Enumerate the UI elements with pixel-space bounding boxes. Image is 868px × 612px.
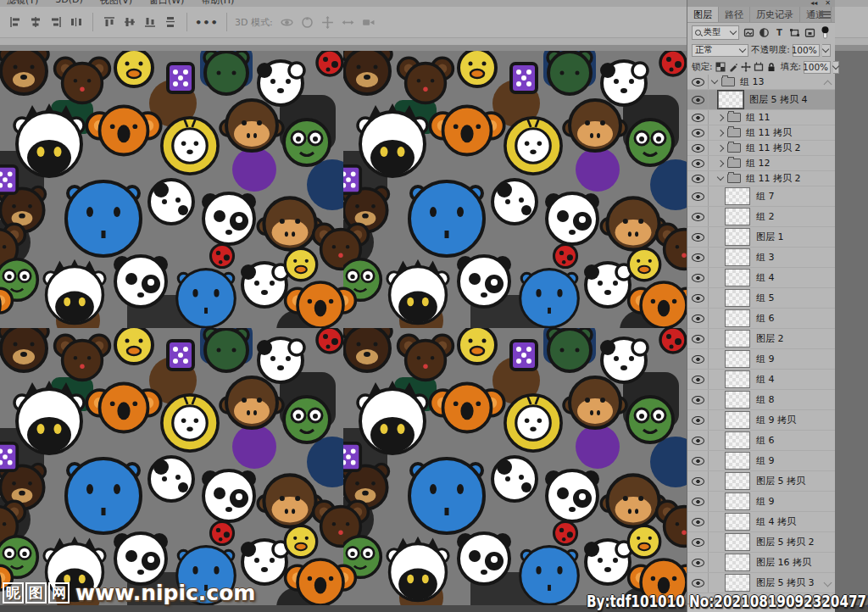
visibility-toggle[interactable] — [687, 171, 709, 186]
visibility-toggle[interactable] — [687, 349, 709, 369]
layer-name[interactable]: 组 4 — [756, 271, 775, 284]
layer-name[interactable]: 图层 5 拷贝 2 — [756, 536, 815, 548]
layer-row[interactable]: 组 4 — [687, 370, 835, 390]
menu-item[interactable]: 窗口(W) — [149, 0, 184, 7]
lock-image-pixels-icon[interactable] — [728, 62, 738, 73]
layer-row[interactable]: 图层 5 拷贝 — [687, 471, 835, 492]
visibility-toggle[interactable] — [687, 329, 709, 348]
layer-row[interactable]: 图层 1 — [687, 227, 835, 248]
filter-smart-objects-icon[interactable] — [804, 26, 815, 38]
visibility-toggle[interactable] — [687, 156, 709, 170]
lock-transparent-pixels-icon[interactable] — [715, 62, 726, 73]
layer-thumbnail[interactable] — [725, 533, 750, 551]
layer-row[interactable]: 组 6 — [687, 431, 835, 451]
layer-thumbnail[interactable] — [725, 472, 750, 490]
layer-name[interactable]: 组 9 — [756, 495, 775, 508]
layer-thumbnail[interactable] — [725, 452, 750, 470]
3d-roll-icon[interactable] — [299, 14, 316, 31]
layer-row[interactable]: 图层 5 拷贝 4 — [687, 90, 835, 110]
visibility-toggle[interactable] — [687, 288, 709, 308]
layer-thumbnail[interactable] — [725, 228, 750, 246]
layer-name[interactable]: 组 4 拷贝 — [756, 515, 796, 528]
layer-row[interactable]: 组 4 拷贝 — [687, 512, 835, 532]
visibility-toggle[interactable] — [687, 207, 709, 226]
layer-thumbnail[interactable] — [718, 91, 743, 108]
layer-thumbnail[interactable] — [725, 391, 750, 409]
layer-name[interactable]: 组 11 拷贝 2 — [746, 142, 801, 154]
expand-caret-icon[interactable] — [717, 114, 724, 120]
menu-item[interactable]: 3D(D) — [55, 0, 83, 7]
layer-row[interactable]: 组 5 — [687, 288, 835, 309]
layer-row[interactable]: 图层 2 — [687, 329, 835, 349]
layer-name[interactable]: 组 6 — [756, 312, 775, 325]
lock-artboard-icon[interactable] — [754, 62, 764, 73]
layer-row[interactable]: 组 11 拷贝 2 — [687, 171, 835, 186]
visibility-toggle[interactable] — [687, 268, 709, 287]
visibility-toggle[interactable] — [687, 573, 709, 593]
layer-name[interactable]: 组 12 — [746, 157, 771, 170]
expand-caret-icon[interactable] — [717, 159, 724, 166]
layer-row[interactable]: 组 2 — [687, 207, 835, 227]
layer-row[interactable]: 组 4 — [687, 268, 835, 288]
visibility-toggle[interactable] — [687, 186, 709, 206]
layer-name[interactable]: 组 4 — [756, 373, 775, 386]
layer-thumbnail[interactable] — [725, 554, 750, 571]
align-right-edges-icon[interactable] — [47, 14, 64, 31]
visibility-toggle[interactable] — [687, 431, 709, 450]
panel-tab-layers[interactable]: 图层 — [687, 7, 719, 22]
layer-row[interactable]: 组 13 — [687, 75, 835, 90]
expand-caret-icon[interactable] — [717, 144, 724, 151]
visibility-toggle[interactable] — [687, 390, 709, 409]
layer-name[interactable]: 组 2 — [756, 210, 775, 223]
layer-row[interactable]: 组 9 — [687, 451, 835, 471]
layer-name[interactable]: 图层 5 拷贝 4 — [749, 93, 808, 106]
visibility-toggle[interactable] — [687, 227, 709, 247]
layer-row[interactable]: 组 9 — [687, 492, 835, 512]
lock-position-icon[interactable] — [741, 62, 751, 73]
layer-name[interactable]: 组 9 — [756, 454, 775, 467]
panel-menu-icon[interactable] — [820, 11, 831, 19]
layer-thumbnail[interactable] — [725, 431, 750, 449]
layer-row[interactable]: 组 11 拷贝 2 — [687, 141, 835, 156]
lock-all-icon[interactable] — [766, 62, 776, 73]
visibility-toggle[interactable] — [687, 125, 709, 140]
layer-name[interactable]: 图层 5 拷贝 — [756, 475, 805, 487]
layer-row[interactable]: 组 6 — [687, 309, 835, 329]
layer-thumbnail[interactable] — [725, 248, 750, 266]
menu-item[interactable]: 帮助(H) — [201, 0, 234, 7]
visibility-toggle[interactable] — [687, 370, 709, 389]
filter-adjustment-layers-icon[interactable] — [759, 26, 770, 38]
layer-row[interactable]: 组 12 — [687, 156, 835, 171]
layer-name[interactable]: 组 6 — [756, 434, 775, 447]
layer-thumbnail[interactable] — [725, 350, 750, 368]
filter-kind-select[interactable]: 类型 — [692, 25, 739, 40]
layer-row[interactable]: 组 11 — [687, 110, 835, 125]
opacity-value[interactable]: 100% — [793, 44, 820, 57]
layer-name[interactable]: 组 9 拷贝 — [756, 414, 796, 426]
panel-tab-paths[interactable]: 路径 — [719, 7, 750, 22]
fill-dropdown-button[interactable] — [833, 61, 839, 74]
visibility-toggle[interactable] — [687, 512, 709, 531]
document-canvas[interactable] — [0, 51, 687, 605]
blend-mode-select[interactable]: 正常 — [692, 44, 748, 57]
3d-slide-icon[interactable] — [340, 14, 357, 31]
layer-row[interactable]: 图层 5 拷贝 2 — [687, 532, 835, 553]
distribute-horizontal-centers-icon[interactable] — [68, 14, 85, 31]
collapse-caret-icon[interactable] — [711, 77, 718, 84]
visibility-toggle[interactable] — [687, 471, 709, 491]
layer-row[interactable]: 组 9 — [687, 349, 835, 370]
collapse-panel-icon[interactable]: ◂◂ — [810, 0, 817, 7]
layer-row[interactable]: 图层 16 拷贝 — [687, 553, 835, 573]
align-vertical-centers-icon[interactable] — [121, 14, 138, 31]
layer-name[interactable]: 组 11 拷贝 — [746, 126, 792, 139]
3d-orbit-icon[interactable] — [279, 14, 296, 31]
distribute-vertical-centers-icon[interactable] — [162, 14, 179, 31]
layer-thumbnail[interactable] — [725, 574, 750, 592]
layer-thumbnail[interactable] — [725, 269, 750, 287]
visibility-toggle[interactable] — [687, 75, 709, 89]
layer-thumbnail[interactable] — [725, 187, 750, 205]
panel-tab-history[interactable]: 历史记录 — [750, 7, 800, 22]
layer-name[interactable]: 组 9 — [756, 353, 775, 365]
close-panel-icon[interactable]: ✕ — [825, 0, 831, 7]
visibility-toggle[interactable] — [687, 309, 709, 328]
